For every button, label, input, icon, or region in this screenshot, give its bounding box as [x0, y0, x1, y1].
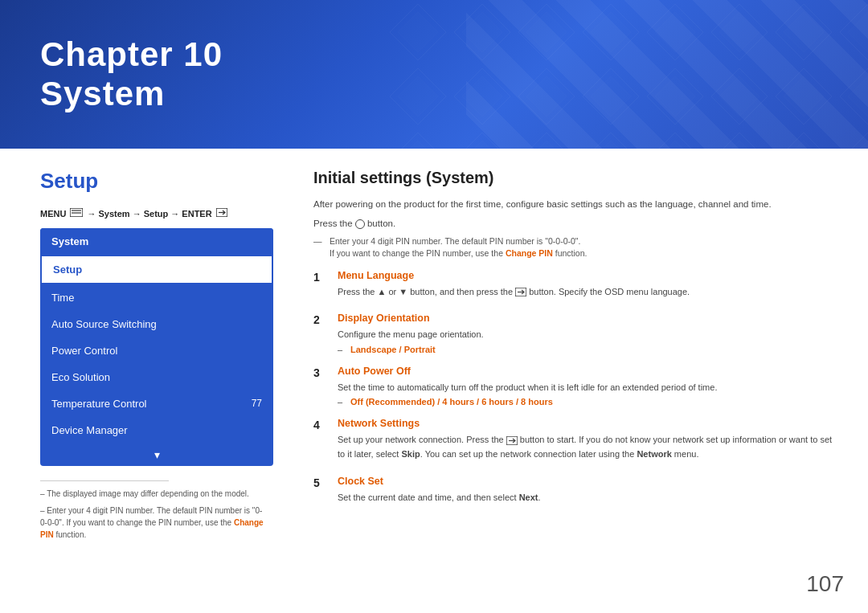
section-heading-auto-power-off: Auto Power Off — [338, 366, 836, 377]
system-menu: System Setup Time Auto Source Switching … — [40, 228, 273, 466]
section-number-3: 3 — [313, 366, 328, 407]
chevron-down-icon[interactable]: ▾ — [40, 443, 273, 466]
network-label: Network — [637, 449, 671, 459]
section-item-1: 1 Menu Language Press the ▲ or ▼ button,… — [313, 270, 836, 302]
menu-arrow1: → System → Setup → ENTER — [87, 209, 211, 219]
section-item-4: 4 Network Settings Set up your network c… — [313, 418, 836, 464]
sub-note-2: If you want to change the PIN number, us… — [313, 247, 836, 260]
initial-settings-title: Initial settings (System) — [313, 169, 836, 187]
section-options-2: Landscape / Portrait — [338, 345, 836, 354]
divider — [40, 480, 169, 481]
section-content-4: Network Settings Set up your network con… — [338, 418, 836, 464]
section-item-2: 2 Display Orientation Configure the menu… — [313, 313, 836, 354]
section-desc-3: Set the time to automatically turn off t… — [338, 381, 836, 395]
section-content-3: Auto Power Off Set the time to automatic… — [338, 366, 836, 407]
note-line-2: – Enter your 4 digit PIN number. The def… — [40, 505, 265, 541]
section-desc-1: Press the ▲ or ▼ button, and then press … — [338, 285, 836, 300]
svg-rect-2 — [386, 0, 868, 149]
header-banner: Chapter 10 System — [0, 0, 868, 149]
menu-item-time[interactable]: Time — [40, 284, 273, 311]
intro-text-2: Press the button. — [313, 216, 836, 231]
menu-label: MENU — [40, 209, 66, 219]
section-desc-4: Set up your network connection. Press th… — [338, 433, 836, 461]
section-number-2: 2 — [313, 313, 328, 354]
menu-item-temp-control[interactable]: Temperature Control 77 — [40, 390, 273, 417]
page-number: 107 — [806, 571, 844, 597]
section-number-5: 5 — [313, 476, 328, 508]
system-menu-header: System — [40, 228, 273, 255]
enter-icon — [216, 208, 227, 219]
main-content: Setup MENU → System → Setup → ENTER Syst… — [0, 149, 868, 613]
section-content-2: Display Orientation Configure the menu p… — [338, 313, 836, 354]
menu-item-device-manager[interactable]: Device Manager — [40, 417, 273, 443]
intro-text-1: After powering on the product for the fi… — [313, 197, 836, 211]
section-item-3: 3 Auto Power Off Set the time to automat… — [313, 366, 836, 407]
menu-item-setup[interactable]: Setup — [40, 255, 273, 284]
section-heading-display-orientation: Display Orientation — [338, 313, 836, 324]
section-desc-2: Configure the menu page orientation. — [338, 328, 836, 342]
left-panel: Setup MENU → System → Setup → ENTER Syst… — [0, 149, 289, 613]
system-line: System — [40, 75, 223, 113]
section-heading-network-settings: Network Settings — [338, 418, 836, 429]
chapter-line: Chapter 10 — [40, 35, 223, 74]
next-label: Next — [519, 492, 538, 502]
right-panel: Initial settings (System) After powering… — [289, 149, 868, 613]
menu-icon — [70, 208, 83, 219]
sub-note-1: Enter your 4 digit PIN number. The defau… — [313, 236, 836, 246]
setup-title: Setup — [40, 169, 265, 194]
section-number-4: 4 — [313, 419, 328, 464]
footer-notes: – The displayed image may differ dependi… — [40, 480, 265, 541]
menu-item-power-control[interactable]: Power Control — [40, 337, 273, 364]
change-pin-link-right[interactable]: Change PIN — [506, 248, 553, 258]
section-options-3: Off (Recommended) / 4 hours / 6 hours / … — [338, 397, 836, 407]
ok-button-icon — [355, 219, 365, 229]
section-item-5: 5 Clock Set Set the current date and tim… — [313, 476, 836, 508]
header-title: Chapter 10 System — [40, 35, 223, 113]
section-content-1: Menu Language Press the ▲ or ▼ button, a… — [338, 270, 836, 302]
menu-item-auto-source[interactable]: Auto Source Switching — [40, 311, 273, 337]
menu-path: MENU → System → Setup → ENTER — [40, 208, 265, 219]
note-line-1: – The displayed image may differ dependi… — [40, 488, 265, 500]
section-content-5: Clock Set Set the current date and time,… — [338, 476, 836, 508]
change-pin-link[interactable]: Change PIN — [40, 518, 264, 539]
menu-item-eco-solution[interactable]: Eco Solution — [40, 364, 273, 390]
section-heading-menu-language: Menu Language — [338, 270, 836, 281]
skip-label: Skip — [401, 449, 420, 459]
section-number-1: 1 — [313, 271, 328, 302]
section-heading-clock-set: Clock Set — [338, 476, 836, 487]
decorative-pattern — [386, 0, 868, 149]
section-list: 1 Menu Language Press the ▲ or ▼ button,… — [313, 270, 836, 508]
section-desc-5: Set the current date and time, and then … — [338, 491, 836, 505]
